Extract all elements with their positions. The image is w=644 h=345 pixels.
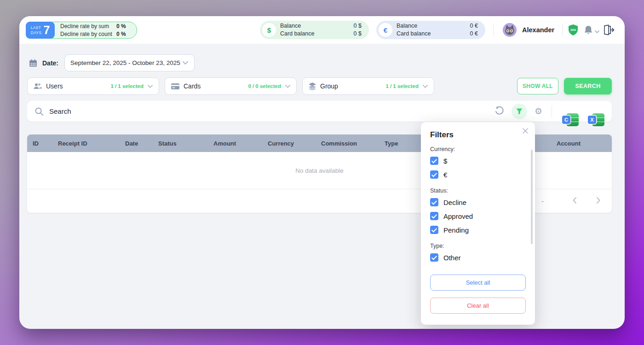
pagination-prev-icon[interactable]	[569, 196, 581, 207]
filter-option-other[interactable]: Other	[430, 251, 526, 263]
last-days-badge[interactable]: LASTDAYS 7	[26, 22, 55, 39]
column-header-status[interactable]: Status	[153, 140, 208, 147]
filter-dropdowns-row: Users 1 / 1 selected Cards 0 / 0 selecte…	[19, 77, 625, 95]
users-selected-count: 1 / 1 selected	[110, 83, 144, 89]
checkbox-checked-icon[interactable]	[430, 253, 438, 262]
filters-panel: Filters Currency: $ € Status: Decline Ap…	[421, 122, 535, 325]
search-icon	[34, 107, 44, 116]
decline-rates: Decline rate by sum 0 % Decline rate by …	[60, 23, 126, 37]
filters-panel-buttons: Select all Clear all	[430, 275, 526, 314]
decline-rate-count-label: Decline rate by count	[60, 30, 116, 38]
euro-icon: €	[379, 23, 392, 37]
checkbox-checked-icon[interactable]	[430, 212, 438, 220]
filter-option-eur[interactable]: €	[430, 168, 526, 181]
refresh-icon[interactable]	[494, 105, 504, 117]
filter-section-type-label: Type:	[430, 243, 526, 249]
date-label: Date:	[42, 59, 58, 67]
users-icon	[33, 82, 42, 90]
column-header-amount[interactable]: Amount	[208, 140, 262, 147]
last-days-label: LASTDAYS	[31, 25, 42, 35]
filter-option-usd[interactable]: $	[430, 154, 526, 168]
users-dropdown[interactable]: Users 1 / 1 selected	[27, 77, 159, 95]
usd-balance-value: 0 $	[354, 22, 362, 30]
filter-option-pending[interactable]: Pending	[430, 223, 526, 237]
column-header-currency[interactable]: Currency	[262, 140, 316, 147]
filter-section-status-label: Status:	[430, 187, 526, 194]
topbar-divider-2	[562, 23, 563, 36]
filter-option-decline[interactable]: Decline	[430, 195, 526, 209]
avatar-cat-illustration	[503, 23, 517, 37]
show-all-button[interactable]: SHOW ALL	[517, 78, 558, 94]
dollar-icon: $	[262, 23, 276, 37]
period-decline-widget: Decline rate by sum 0 % Decline rate by …	[26, 22, 137, 39]
notifications-chevron-down-icon[interactable]	[594, 28, 600, 35]
clear-all-button[interactable]: Clear all	[430, 298, 526, 314]
filter-option-approved[interactable]: Approved	[430, 209, 526, 223]
notifications-bell-icon[interactable]	[583, 25, 593, 37]
decline-rate-sum-value: 0 %	[116, 23, 126, 30]
filter-option-other-label: Other	[443, 254, 461, 262]
checkbox-checked-icon[interactable]	[430, 198, 438, 206]
column-header-id[interactable]: ID	[27, 140, 52, 147]
filters-panel-title: Filters	[430, 130, 526, 140]
checkbox-checked-icon[interactable]	[430, 170, 438, 179]
select-all-button[interactable]: Select all	[430, 275, 526, 291]
decline-rate-count-row: Decline rate by count 0 %	[60, 30, 126, 38]
pagination-next-icon[interactable]	[592, 196, 604, 207]
3ds-shield-icon[interactable]: 3DS	[568, 24, 579, 37]
column-header-type[interactable]: Type	[379, 140, 425, 147]
date-range-picker[interactable]: September 22, 2025 - October 23, 2025	[64, 54, 195, 71]
usd-balance-label: Balance	[280, 22, 301, 30]
search-bar-divider	[552, 105, 552, 117]
logout-icon[interactable]	[603, 24, 615, 37]
close-icon[interactable]	[521, 127, 529, 136]
filters-options-scroll-area[interactable]: Currency: $ € Status: Decline Approved P…	[430, 144, 526, 263]
no-data-message: No data available	[295, 167, 343, 174]
layers-icon	[308, 82, 316, 90]
card-icon	[171, 83, 180, 90]
filter-funnel-icon[interactable]	[512, 104, 527, 119]
eur-card-balance-label: Card balance	[397, 30, 431, 38]
filter-option-eur-label: €	[443, 171, 447, 179]
export-excel-icon[interactable]: X	[587, 112, 605, 127]
eur-card-balance-value: 0 €	[470, 30, 478, 38]
chevron-down-icon	[147, 84, 153, 88]
eur-balance-rows: Balance 0 € Card balance 0 €	[397, 22, 478, 38]
cards-dropdown[interactable]: Cards 0 / 0 selected	[165, 77, 297, 95]
search-bar: ⚙ C X	[27, 101, 612, 122]
search-input[interactable]	[49, 107, 494, 115]
filter-option-pending-label: Pending	[443, 226, 469, 234]
column-header-commission[interactable]: Commission	[316, 140, 379, 147]
cards-selected-count: 0 / 0 selected	[248, 83, 281, 89]
checkbox-checked-icon[interactable]	[430, 157, 438, 165]
users-dropdown-label: Users	[46, 82, 107, 90]
eur-balance-value: 0 €	[470, 22, 478, 30]
search-bar-actions: ⚙ C X	[494, 104, 605, 119]
filter-option-usd-label: $	[443, 157, 447, 165]
chevron-down-icon	[422, 84, 428, 88]
user-name: Alexander	[522, 26, 554, 34]
filters-scrollbar-thumb[interactable]	[531, 150, 533, 244]
gear-icon[interactable]: ⚙	[535, 107, 542, 116]
group-selected-count: 1 / 1 selected	[385, 83, 419, 89]
chevron-down-icon	[182, 61, 189, 65]
search-button[interactable]: SEARCH	[564, 78, 612, 94]
column-header-receipt-id[interactable]: Receipt ID	[52, 140, 120, 147]
column-header-account[interactable]: Account	[557, 140, 599, 147]
checkbox-checked-icon[interactable]	[430, 226, 438, 234]
filter-section-currency-label: Currency:	[430, 146, 526, 152]
date-filter-row: Date: September 22, 2025 - October 23, 2…	[29, 54, 195, 71]
last-days-value: 7	[43, 24, 50, 36]
top-bar: Decline rate by sum 0 % Decline rate by …	[19, 16, 625, 44]
export-csv-icon[interactable]: C	[561, 112, 580, 127]
avatar[interactable]	[503, 23, 517, 37]
decline-rate-sum-label: Decline rate by sum	[60, 23, 116, 30]
group-dropdown[interactable]: Group 1 / 1 selected	[302, 77, 434, 95]
decline-rate-sum-row: Decline rate by sum 0 %	[60, 23, 126, 30]
app-window: Decline rate by sum 0 % Decline rate by …	[19, 16, 625, 329]
date-range-value: September 22, 2025 - October 23, 2025	[70, 59, 180, 66]
column-header-date[interactable]: Date	[120, 140, 153, 147]
decline-rate-count-value: 0 %	[116, 30, 126, 38]
chevron-down-icon	[285, 84, 291, 88]
filter-option-approved-label: Approved	[443, 212, 473, 220]
